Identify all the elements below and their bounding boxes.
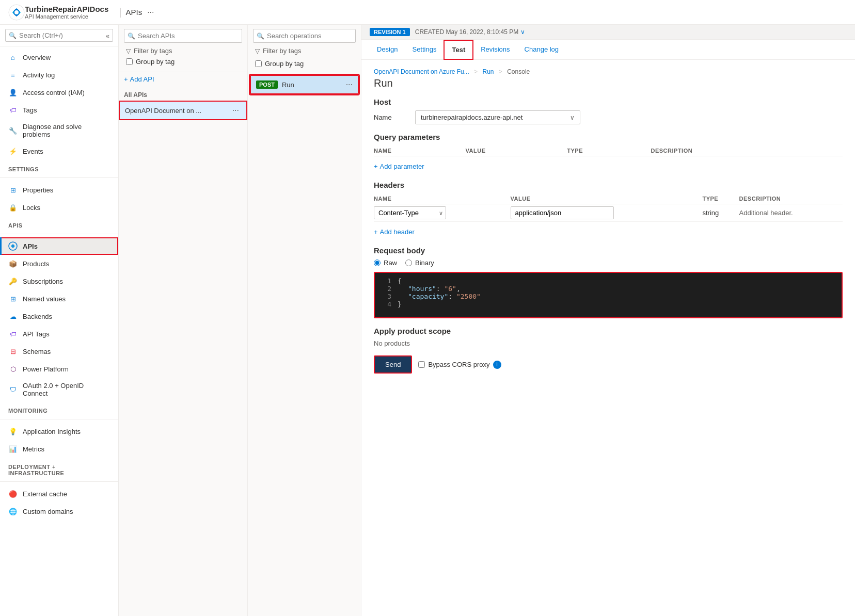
- sidebar-item-power-platform[interactable]: ⬡ Power Platform: [0, 360, 118, 378]
- breadcrumb: OpenAPI Document on Azure Fu... > Run > …: [374, 68, 843, 75]
- content-panel: REVISION 1 CREATED May 16, 2022, 8:10:45…: [361, 25, 855, 616]
- top-bar: TurbineRepairAPIDocs API Management serv…: [0, 0, 855, 25]
- product-scope-title: Apply product scope: [374, 327, 843, 335]
- headers-title: Headers: [374, 181, 843, 189]
- api-filter-label: Filter by tags: [134, 47, 172, 55]
- ops-filter-row[interactable]: ▽ Filter by tags: [253, 46, 356, 56]
- host-select-value: turbinerepairapidocs.azure-api.net: [421, 114, 522, 121]
- sidebar-item-locks[interactable]: 🔒 Locks: [0, 199, 118, 216]
- header-value-input[interactable]: [511, 206, 614, 219]
- products-icon: 📦: [8, 259, 18, 268]
- apis-list-panel: 🔍 ▽ Filter by tags Group by tag + Add AP…: [119, 25, 248, 616]
- ops-group-checkbox[interactable]: [255, 60, 262, 67]
- sidebar-item-named-values[interactable]: ⊞ Named values: [0, 290, 118, 307]
- add-api-button[interactable]: + Add API: [119, 72, 247, 86]
- bypass-cors-checkbox[interactable]: [418, 361, 425, 368]
- op-list-item[interactable]: POST Run ···: [250, 75, 359, 94]
- service-subtitle: API Management service: [25, 13, 108, 20]
- sidebar-item-diagnose[interactable]: 🔧 Diagnose and solve problems: [0, 119, 118, 142]
- breadcrumb-link-2[interactable]: Run: [482, 68, 494, 75]
- api-group-checkbox[interactable]: [126, 58, 133, 65]
- apis-divider: [0, 234, 118, 234]
- request-body-editor[interactable]: 1 { 2 "hours": "6", 3 "capacity": "2500": [374, 272, 843, 318]
- add-api-label: Add API: [130, 75, 154, 83]
- raw-radio-label: Raw: [384, 259, 397, 267]
- tag-icon: 🏷: [8, 105, 18, 115]
- sidebar-item-apis[interactable]: APIs: [0, 237, 118, 255]
- send-button[interactable]: Send: [374, 355, 412, 374]
- add-param-icon: +: [374, 163, 378, 170]
- sidebar-item-oauth[interactable]: 🛡 OAuth 2.0 + OpenID Connect: [0, 378, 118, 401]
- revision-dropdown[interactable]: ∨: [520, 28, 525, 36]
- body-type-radio-row: Raw Binary: [374, 259, 843, 267]
- op-method-badge: POST: [256, 80, 278, 89]
- ops-search-area: 🔍 ▽ Filter by tags Group by tag: [248, 25, 361, 74]
- service-name: TurbineRepairAPIDocs: [25, 5, 108, 13]
- line-num-1: 1: [379, 277, 391, 285]
- h-col-value: VALUE: [511, 193, 703, 204]
- svg-point-1: [14, 10, 19, 14]
- operations-panel: 🔍 ▽ Filter by tags Group by tag POST Run…: [248, 25, 361, 616]
- tab-revisions[interactable]: Revisions: [473, 40, 517, 59]
- sidebar-item-backends[interactable]: ☁ Backends: [0, 307, 118, 325]
- api-item-dots[interactable]: ···: [230, 106, 241, 115]
- sidebar-item-app-insights[interactable]: 💡 Application Insights: [0, 423, 118, 440]
- ops-group-label: Group by tag: [265, 60, 304, 68]
- tab-change-log[interactable]: Change log: [517, 40, 566, 59]
- ops-search-input[interactable]: [253, 29, 356, 43]
- tab-design[interactable]: Design: [370, 40, 405, 59]
- sidebar-search-input[interactable]: [5, 29, 113, 42]
- qp-col-type: TYPE: [567, 145, 651, 156]
- query-params-table: NAME VALUE TYPE DESCRIPTION: [374, 145, 843, 156]
- sidebar-item-external-cache[interactable]: 🔴 External cache: [0, 485, 118, 502]
- sidebar-item-schemas[interactable]: ⊟ Schemas: [0, 343, 118, 360]
- add-header-button[interactable]: + Add header: [374, 226, 843, 238]
- sidebar-item-custom-domains[interactable]: 🌐 Custom domains: [0, 502, 118, 520]
- line-num-3: 3: [379, 293, 391, 300]
- sidebar-item-access-control[interactable]: 👤 Access control (IAM): [0, 84, 118, 101]
- binary-radio-option[interactable]: Binary: [405, 259, 434, 267]
- sidebar-item-products[interactable]: 📦 Products: [0, 255, 118, 272]
- sidebar-collapse-icon[interactable]: «: [106, 31, 109, 39]
- breadcrumb-sep-1: >: [474, 68, 478, 75]
- sidebar-item-api-tags[interactable]: 🏷 API Tags: [0, 325, 118, 343]
- headers-table: NAME VALUE TYPE DESCRIPTION Content-Type: [374, 193, 843, 222]
- breadcrumb-link-1[interactable]: OpenAPI Document on Azure Fu...: [374, 68, 469, 75]
- op-item-dots[interactable]: ···: [346, 80, 353, 89]
- sidebar-item-tags[interactable]: 🏷 Tags: [0, 101, 118, 119]
- page-title: APIs: [125, 8, 142, 17]
- api-list-item[interactable]: OpenAPI Document on ... ···: [119, 101, 247, 120]
- api-search-icon: 🔍: [128, 33, 135, 40]
- header-name-cell: Content-Type ∨: [374, 204, 511, 222]
- api-search-input[interactable]: [124, 29, 242, 43]
- header-desc-cell: Additional header.: [739, 204, 843, 222]
- raw-radio-option[interactable]: Raw: [374, 259, 397, 267]
- host-select[interactable]: turbinerepairapidocs.azure-api.net ∨: [415, 110, 580, 124]
- revision-created: CREATED May 16, 2022, 8:10:45 PM: [415, 28, 519, 36]
- table-row: Content-Type ∨ string Additional header.: [374, 204, 843, 222]
- sidebar-item-activity-log[interactable]: ≡ Activity log: [0, 66, 118, 84]
- sidebar-item-properties[interactable]: ⊞ Properties: [0, 181, 118, 199]
- bypass-cors-label: Bypass CORS proxy: [428, 361, 489, 368]
- info-icon[interactable]: i: [493, 361, 501, 369]
- h-col-desc: DESCRIPTION: [739, 193, 843, 204]
- add-parameter-button[interactable]: + Add parameter: [374, 160, 843, 172]
- sidebar-item-metrics[interactable]: 📊 Metrics: [0, 440, 118, 458]
- wrench-icon: 🔧: [8, 126, 18, 135]
- monitoring-divider: [0, 419, 118, 419]
- raw-radio-input[interactable]: [374, 260, 381, 266]
- title-separator: |: [119, 6, 121, 18]
- lock-icon: 🔒: [8, 203, 18, 212]
- tab-test[interactable]: Test: [444, 40, 473, 60]
- header-name-select[interactable]: Content-Type: [374, 206, 446, 219]
- apis-section-label: APIs: [0, 216, 118, 231]
- sidebar-item-overview[interactable]: ⌂ Overview: [0, 48, 118, 66]
- api-filter-row[interactable]: ▽ Filter by tags: [124, 46, 242, 56]
- backends-icon: ☁: [8, 312, 18, 321]
- binary-radio-input[interactable]: [405, 260, 412, 266]
- sidebar-item-subscriptions[interactable]: 🔑 Subscriptions: [0, 272, 118, 290]
- content-tabs: Design Settings Test Revisions Change lo…: [361, 40, 855, 60]
- topbar-ellipsis[interactable]: ···: [147, 8, 154, 17]
- sidebar-item-events[interactable]: ⚡ Events: [0, 142, 118, 160]
- tab-settings[interactable]: Settings: [405, 40, 444, 59]
